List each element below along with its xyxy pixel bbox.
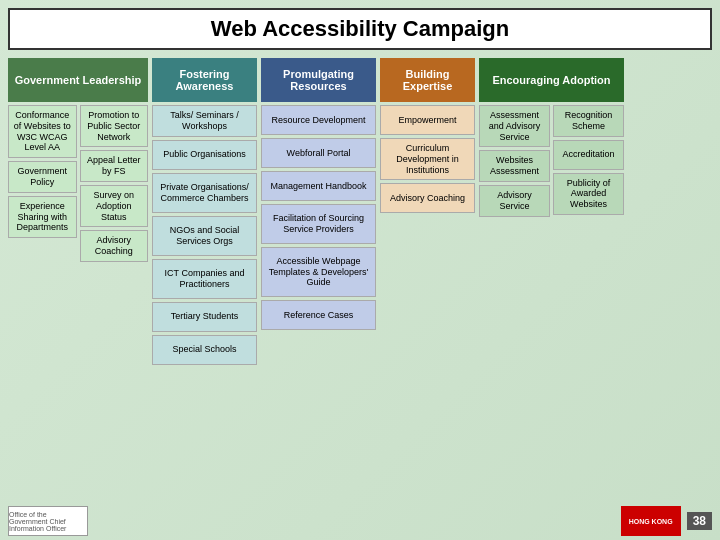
encouraging-card-2: Websites Assessment: [479, 150, 550, 182]
gov-sub-col-2: Promotion to Public Sector Network Appea…: [80, 105, 149, 262]
encouraging-card-3: Advisory Service: [479, 185, 550, 217]
building-column: Building Expertise Empowerment Curriculu…: [380, 58, 475, 213]
promulgating-card-6: Reference Cases: [261, 300, 376, 330]
fostering-card-5: ICT Companies and Practitioners: [152, 259, 257, 299]
gov-card-7: Advisory Coaching: [80, 230, 149, 262]
page-number: 38: [687, 512, 712, 530]
encouraging-sub-col-1: Assessment and Advisory Service Websites…: [479, 105, 550, 217]
encouraging-header: Encouraging Adoption: [479, 58, 624, 102]
gov-card-5: Appeal Letter by FS: [80, 150, 149, 182]
encouraging-card-6: Publicity of Awarded Websites: [553, 173, 624, 215]
gov-card-3: Experience Sharing with Departments: [8, 196, 77, 238]
fostering-column: Fostering Awareness Talks/ Seminars / Wo…: [152, 58, 257, 365]
promulgating-header: Promulgating Resources: [261, 58, 376, 102]
encouraging-column: Encouraging Adoption Assessment and Advi…: [479, 58, 624, 217]
promulgating-card-3: Management Handbook: [261, 171, 376, 201]
promulgating-column: Promulgating Resources Resource Developm…: [261, 58, 376, 330]
left-logo: Office of the Government Chief Informati…: [8, 506, 88, 536]
right-logo: HONG KONG: [621, 506, 681, 536]
promulgating-card-2: Webforall Portal: [261, 138, 376, 168]
gov-card-1: Conformance of Websites to W3C WCAG Leve…: [8, 105, 77, 158]
building-header: Building Expertise: [380, 58, 475, 102]
promulgating-card-1: Resource Development: [261, 105, 376, 135]
gov-sub-col-1: Conformance of Websites to W3C WCAG Leve…: [8, 105, 77, 262]
encouraging-card-1: Assessment and Advisory Service: [479, 105, 550, 147]
fostering-header: Fostering Awareness: [152, 58, 257, 102]
bottom-bar: Office of the Government Chief Informati…: [8, 506, 712, 536]
gov-card-6: Survey on Adoption Status: [80, 185, 149, 227]
fostering-card-7: Special Schools: [152, 335, 257, 365]
promulgating-card-5: Accessible Webpage Templates & Developer…: [261, 247, 376, 297]
main-title: Web Accessibility Campaign: [8, 8, 712, 50]
encouraging-sub-col-2: Recognition Scheme Accreditation Publici…: [553, 105, 624, 217]
fostering-card-4: NGOs and Social Services Orgs: [152, 216, 257, 256]
fostering-card-2: Public Organisations: [152, 140, 257, 170]
gov-card-4: Promotion to Public Sector Network: [80, 105, 149, 147]
fostering-card-1: Talks/ Seminars / Workshops: [152, 105, 257, 137]
encouraging-card-4: Recognition Scheme: [553, 105, 624, 137]
encouraging-card-5: Accreditation: [553, 140, 624, 170]
gov-header: Government Leadership: [8, 58, 148, 102]
columns-container: Government Leadership Conformance of Web…: [8, 58, 712, 365]
building-card-3: Advisory Coaching: [380, 183, 475, 213]
fostering-card-3: Private Organisations/ Commerce Chambers: [152, 173, 257, 213]
encouraging-sub-columns: Assessment and Advisory Service Websites…: [479, 105, 624, 217]
gov-column: Government Leadership Conformance of Web…: [8, 58, 148, 262]
building-card-2: Curriculum Development in Institutions: [380, 138, 475, 180]
page: Web Accessibility Campaign Government Le…: [0, 0, 720, 540]
gov-sub-columns: Conformance of Websites to W3C WCAG Leve…: [8, 105, 148, 262]
fostering-card-6: Tertiary Students: [152, 302, 257, 332]
building-card-1: Empowerment: [380, 105, 475, 135]
promulgating-card-4: Facilitation of Sourcing Service Provide…: [261, 204, 376, 244]
gov-card-2: Government Policy: [8, 161, 77, 193]
